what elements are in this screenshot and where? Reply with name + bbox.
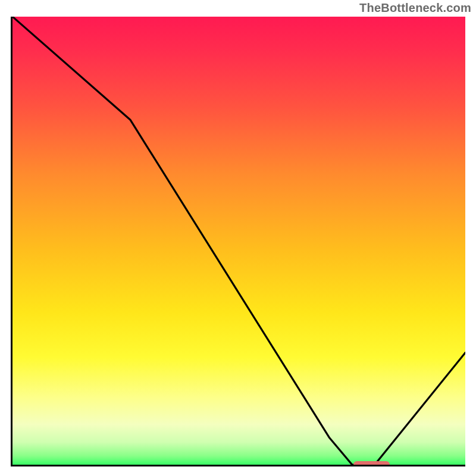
- chart-container: TheBottleneck.com: [0, 0, 476, 476]
- highlight-marker: [353, 461, 390, 466]
- line-series: [12, 17, 465, 465]
- watermark-text: TheBottleneck.com: [359, 1, 471, 15]
- plot-area: [11, 17, 465, 466]
